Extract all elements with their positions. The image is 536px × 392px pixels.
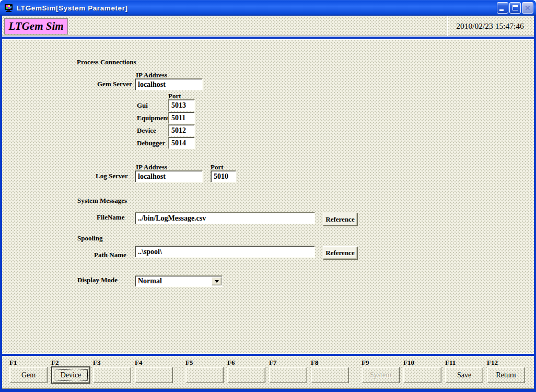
fkey-label-f5: F5: [185, 359, 193, 367]
port-label-debugger: Debugger: [137, 139, 165, 147]
fkey-button-return[interactable]: Return: [487, 367, 525, 383]
fkey-button-device[interactable]: Device: [51, 366, 90, 384]
fkey-button-f6[interactable]: [227, 367, 265, 383]
filename-input[interactable]: [135, 212, 315, 224]
maximize-button[interactable]: [509, 2, 521, 14]
fkey-button-f4[interactable]: [135, 367, 173, 383]
app-logo-text: LTGem Sim: [8, 20, 63, 33]
section-process-connections: Process Connections: [77, 58, 136, 66]
section-spooling: Spooling: [77, 234, 102, 243]
app-icon: [4, 4, 14, 12]
port-input-debugger[interactable]: [168, 137, 195, 149]
fkey-button-f7[interactable]: [269, 367, 307, 383]
log-server-ip-input[interactable]: [135, 170, 203, 182]
fkey-label-f10: F10: [403, 359, 414, 367]
fkey-label-f3: F3: [93, 359, 100, 367]
display-mode-dropdown-button[interactable]: [212, 277, 222, 285]
fkey-button-system: System: [362, 367, 400, 383]
title-bar[interactable]: LTGemSim[System Parameter] ✕: [0, 0, 536, 16]
log-server-label: Log Server: [96, 172, 128, 180]
log-server-port-input[interactable]: [211, 170, 236, 182]
pathname-reference-button[interactable]: Reference: [323, 246, 357, 259]
fkey-label-f7: F7: [269, 359, 276, 367]
section-system-messages: System Messages: [77, 197, 127, 205]
window-title: LTGemSim[System Parameter]: [17, 4, 128, 12]
header-bar: LTGem Sim 2010/02/23 15:47:46: [2, 16, 534, 36]
fkey-button-gem[interactable]: Gem: [9, 367, 48, 383]
fkey-label-f8: F8: [311, 359, 318, 367]
fkey-label-f11: F11: [445, 359, 456, 367]
filename-reference-button[interactable]: Reference: [323, 213, 357, 226]
app-logo: LTGem Sim: [4, 18, 68, 34]
close-icon: ✕: [522, 3, 533, 13]
port-label-device: Device: [137, 126, 156, 135]
port-label-gui: Gui: [137, 101, 148, 110]
fkey-label-f2: F2: [51, 359, 59, 367]
display-mode-label: Display Mode: [77, 276, 118, 284]
fkey-label-f12: F12: [487, 359, 498, 367]
port-input-device[interactable]: [168, 124, 195, 136]
fkey-button-f10[interactable]: [403, 367, 441, 383]
header-divider: [447, 16, 448, 36]
minimize-icon: [499, 9, 504, 11]
pathname-input[interactable]: [135, 246, 315, 258]
fkey-button-f8[interactable]: [311, 367, 349, 383]
display-mode-select[interactable]: Normal: [135, 275, 223, 287]
fkey-button-save[interactable]: Save: [445, 367, 483, 383]
port-label-equipment: Equipment: [137, 114, 169, 122]
display-mode-value: Normal: [135, 277, 212, 285]
fkey-label-f1: F1: [9, 359, 17, 367]
fkey-label-f4: F4: [135, 359, 142, 367]
fkey-label-f9: F9: [362, 359, 369, 367]
gem-server-label: Gem Server: [97, 80, 132, 88]
port-input-equipment[interactable]: [168, 112, 195, 124]
fkey-label-f6: F6: [227, 359, 235, 367]
close-button[interactable]: ✕: [522, 2, 533, 14]
datetime-display: 2010/02/23 15:47:46: [449, 16, 531, 36]
main-panel: Process Connections IP Address Gem Serve…: [2, 39, 534, 353]
filename-label: FileName: [97, 213, 124, 222]
app-window: LTGemSim[System Parameter] ✕ LTGem Sim 2…: [0, 0, 536, 392]
maximize-icon: [512, 5, 518, 10]
gem-server-ip-input[interactable]: [135, 78, 203, 90]
port-input-gui[interactable]: [168, 99, 195, 111]
function-key-bar: F1GemF2DeviceF3F4F5F6F7F8F9SystemF10F11S…: [2, 356, 534, 389]
chevron-down-icon: [215, 280, 219, 283]
fkey-button-f3[interactable]: [93, 367, 131, 383]
minimize-button[interactable]: [497, 2, 508, 14]
pathname-label: Path Name: [94, 251, 126, 259]
fkey-button-f5[interactable]: [185, 367, 224, 383]
